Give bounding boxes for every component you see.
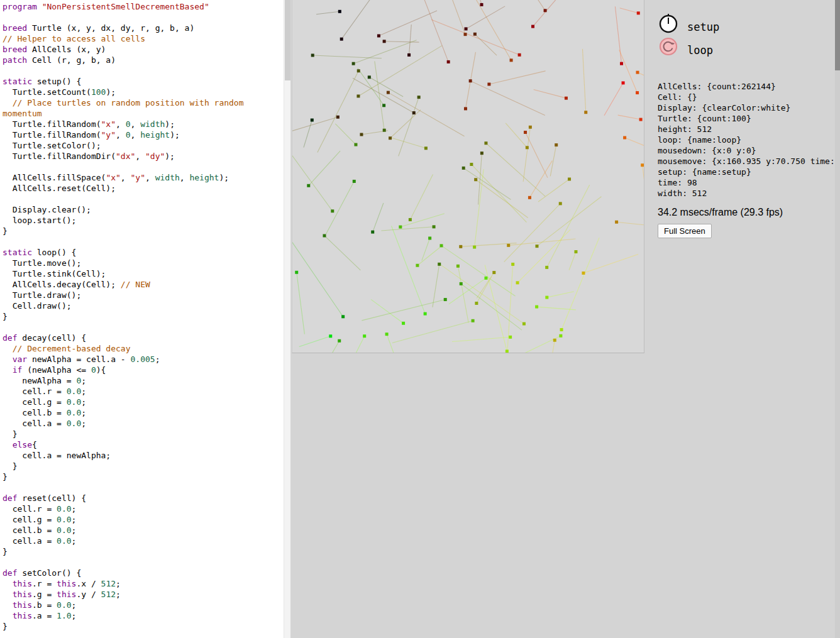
code-line: Cell.draw(); [3,300,284,311]
code-line: this.g = this.y / 512; [3,589,284,600]
state-variable: Turtle: {count:100} [658,113,835,124]
simulation-canvas[interactable] [292,0,644,353]
code-line: cell.b = 0.0; [3,407,284,418]
code-line: AllCells.fillSpace("x", "y", width, heig… [3,172,284,183]
setup-button[interactable]: setup [658,13,758,34]
code-line [3,322,284,333]
page-scrollbar-thumb[interactable] [835,0,840,70]
code-line [3,65,284,76]
code-line: patch Cell (r, g, b, a) [3,55,284,65]
code-line: // Place turtles on random position with… [3,97,284,108]
code-line: cell.a = 0.0; [3,418,284,429]
app-root: program "NonPersistentSmellDecrementBase… [0,0,840,638]
page-scrollbar[interactable] [835,0,840,638]
loop-button[interactable]: loop [658,36,758,57]
clock-icon [658,13,679,34]
code-line: breed Turtle (x, y, dx, dy, r, g, b, a) [3,23,284,33]
code-line: } [3,621,284,632]
editor-scrollbar-thumb[interactable] [285,0,290,80]
code-line: Turtle.draw(); [3,290,284,300]
code-editor[interactable]: program "NonPersistentSmellDecrementBase… [0,0,284,638]
state-variable: AllCells: {count:262144} [658,81,835,92]
code-line: } [3,429,284,439]
code-line [3,482,284,493]
setup-button-label: setup [687,21,719,34]
state-variable: setup: {name:setup} [658,167,835,177]
code-line: AllCells.reset(Cell); [3,183,284,194]
code-line: AllCells.decay(Cell); // NEW [3,279,284,290]
code-line: cell.g = 0.0; [3,397,284,407]
code-line: // Helper to access all cells [3,33,284,44]
loop-button-label: loop [687,44,713,57]
frame-stats: 34.2 msecs/frame (29.3 fps) [658,206,835,219]
state-variable: Display: {clearColor:white} [658,102,835,113]
code-line: } [3,546,284,557]
code-line [3,236,284,247]
editor-scrollbar[interactable] [284,0,290,638]
code-line [3,12,284,23]
code-line: momentum [3,108,284,119]
loop-arrow-icon [658,36,679,57]
code-line: Turtle.fillRandomDir("dx", "dy"); [3,151,284,162]
code-line: cell.r = 0.0; [3,503,284,514]
code-line: this.a = 1.0; [3,610,284,621]
code-line: this.b = 0.0; [3,600,284,610]
state-variable: height: 512 [658,124,835,135]
state-variable: mousedown: {x:0 y:0} [658,145,835,156]
code-line: var newAlpha = cell.a - 0.005; [3,354,284,365]
code-line: Turtle.fillRandom("x", 0, width); [3,119,284,129]
code-line: else{ [3,439,284,450]
state-variable: Cell: {} [658,92,835,102]
code-line [3,162,284,172]
code-line: loop.start(); [3,215,284,226]
code-line: this.r = this.x / 512; [3,578,284,589]
code-line: if (newAlpha <= 0){ [3,365,284,375]
code-line: cell.r = 0.0; [3,386,284,397]
control-buttons: setup loop [658,0,835,57]
code-line: Turtle.fillRandom("y", 0, height); [3,129,284,140]
code-line: Turtle.move(); [3,258,284,268]
code-line: } [3,471,284,482]
code-line: } [3,226,284,236]
code-line: breed AllCells (x, y) [3,44,284,55]
state-variable: loop: {name:loop} [658,135,835,145]
fullscreen-button[interactable]: Full Screen [658,224,712,238]
code-line: cell.a = 0.0; [3,536,284,546]
code-line: Turtle.setColor(); [3,140,284,151]
code-line: static setup() { [3,76,284,87]
code-line: } [3,461,284,471]
state-variable: width: 512 [658,188,835,199]
code-line: newAlpha = 0; [3,375,284,386]
state-variable: time: 98 [658,177,835,188]
code-line: } [3,311,284,322]
control-panel: setup loop AllCells: {count:262144}Cell:… [658,0,835,638]
code-line: Turtle.stink(Cell); [3,268,284,279]
code-line: def decay(cell) { [3,333,284,343]
code-line: program "NonPersistentSmellDecrementBase… [3,1,284,12]
code-line [3,557,284,568]
state-variables-list: AllCells: {count:262144}Cell: {}Display:… [658,81,835,199]
code-line: static loop() { [3,247,284,258]
code-line: cell.a = newAlpha; [3,450,284,461]
code-line: def reset(cell) { [3,493,284,503]
state-variable: mousemove: {x:160.935 y:70.750 time:9 [658,156,835,167]
code-line: // Decrement-based decay [3,343,284,354]
code-line: Turtle.setCount(100); [3,87,284,97]
code-line [3,194,284,204]
code-line: Display.clear(); [3,204,284,215]
code-line: cell.b = 0.0; [3,525,284,536]
code-line: def setColor() { [3,568,284,578]
code-line: cell.g = 0.0; [3,514,284,525]
